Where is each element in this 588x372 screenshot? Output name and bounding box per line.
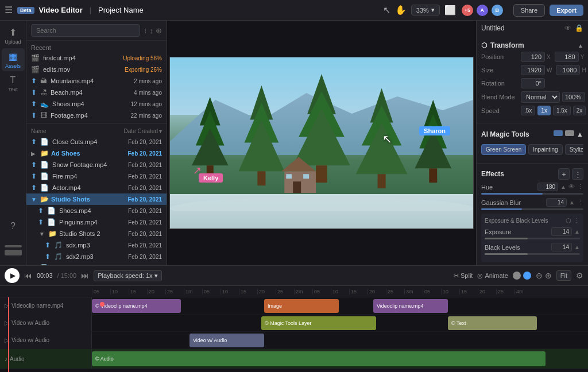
file-fire[interactable]: ⬆ 📄 Fire.mp4 Feb 20, 2021 <box>26 170 167 182</box>
gaussian-up-icon[interactable]: ▲ <box>569 199 575 206</box>
playback-speed-control[interactable]: Playback speed: 1x ▾ <box>94 270 161 281</box>
effects-add-btn[interactable]: + <box>558 168 570 180</box>
zoom-plus-icon[interactable]: ⊕ <box>545 271 552 280</box>
svg-marker-6 <box>239 120 285 172</box>
clip-video-audio[interactable]: Video w/ Audio <box>189 334 264 347</box>
folder-studio-shots[interactable]: ▼ 📂 Studio Shots Feb 20, 2021 <box>26 193 167 205</box>
file-close-cuts[interactable]: ⬆ 📄 Close Cuts.mp4 Feb 20, 2021 <box>26 136 167 148</box>
recent-file-shoes[interactable]: ⬆ 👟 Shoes.mp4 12 mins ago <box>26 98 167 110</box>
ai-btn-inpainting[interactable]: Inpainting <box>528 144 562 155</box>
eye-icon[interactable]: 👁 <box>564 24 571 32</box>
ai-color-swatch-1 <box>554 130 563 136</box>
clip-image[interactable]: Image <box>264 299 339 313</box>
recent-file-edits[interactable]: 🎬 edits.mov Exporting 26% <box>26 64 167 75</box>
speed-15x[interactable]: 1.5x <box>553 106 571 115</box>
animate-button[interactable]: ◎ Animate <box>477 272 508 280</box>
rotation-input[interactable] <box>521 78 545 88</box>
preview-canvas[interactable]: ↖ Sharon ↗ Kelly <box>169 57 474 229</box>
export-button[interactable]: Export <box>550 5 583 16</box>
transform-title[interactable]: ⬡ Transform ▲ <box>481 39 583 52</box>
sidebar-item-assets[interactable]: ▦ Assets <box>2 48 25 71</box>
ai-btn-green-screen[interactable]: Green Screen <box>481 144 526 155</box>
tick-1m: 1m <box>184 289 202 294</box>
file-sdx2[interactable]: ⬆ 🎵 sdx2.mp3 Feb 20, 2021 <box>26 251 167 262</box>
hue-more-icon[interactable]: ⋮ <box>577 183 583 191</box>
project-name[interactable]: Project Name <box>98 6 144 14</box>
filter-icon[interactable]: ⫶ <box>144 26 148 35</box>
clip-audio[interactable]: © Audio <box>92 351 546 366</box>
hue-value-input[interactable] <box>537 183 558 191</box>
ai-tools-title[interactable]: AI Magic Tools ▲ <box>481 128 583 141</box>
hand-tool-icon[interactable]: ✋ <box>395 5 407 16</box>
toggle-left[interactable] <box>513 272 521 280</box>
exposure-up-icon[interactable]: ▲ <box>574 228 580 235</box>
file-pinguins[interactable]: ⬆ 📄 Pinguins.mp4 Feb 20, 2021 <box>26 216 167 228</box>
folder-ad-shoes[interactable]: ▶ 📁 Ad Shoes Feb 20, 2021 <box>26 148 167 159</box>
exposure-value-input[interactable] <box>551 227 572 236</box>
play-button[interactable]: ▶ <box>5 268 20 283</box>
black-levels-value-input[interactable] <box>551 243 572 251</box>
file-snow-footage[interactable]: ⬆ 📄 Snow Footage.mp4 Feb 20, 2021 <box>26 159 167 170</box>
gaussian-value-input[interactable] <box>546 198 567 207</box>
hue-slider-track[interactable] <box>481 193 583 195</box>
recent-file-footage[interactable]: ⬆ 🎞 Footage.mp4 22 mins ago <box>26 110 167 121</box>
cursor-tool-icon[interactable]: ↖ <box>383 5 390 16</box>
clip-videoclip-2[interactable]: Videoclip name.mp4 <box>373 299 448 313</box>
toggle-right[interactable] <box>523 272 531 280</box>
black-levels-up-icon[interactable]: ▲ <box>574 244 580 250</box>
size-h-input[interactable] <box>556 65 580 75</box>
black-levels-slider-track[interactable] <box>485 253 580 255</box>
black-levels-slider[interactable] <box>485 253 580 255</box>
hamburger-menu[interactable]: ☰ <box>5 5 13 16</box>
zoom-minus-icon[interactable]: ⊖ <box>536 271 543 280</box>
search-input[interactable] <box>31 24 140 37</box>
hue-up-icon[interactable]: ▲ <box>560 184 566 190</box>
position-y-input[interactable] <box>555 52 579 62</box>
file-actor[interactable]: ⬆ 📄 Actor.mp4 Feb 20, 2021 <box>26 182 167 193</box>
recent-file-beach[interactable]: ⬆ 🏖 Beach.mp4 4 mins ago <box>26 87 167 98</box>
zoom-control[interactable]: 33% ▾ <box>411 5 440 16</box>
file-shoes-sub[interactable]: ⬆ 📄 Shoes.mp4 Feb 20, 2021 <box>26 205 167 216</box>
gaussian-slider-track[interactable] <box>481 208 583 210</box>
sort-icon[interactable]: ↕ <box>150 26 154 35</box>
share-button[interactable]: Share <box>513 4 545 17</box>
settings-icon[interactable]: ⚙ <box>576 271 583 280</box>
size-w-input[interactable] <box>521 65 545 75</box>
speed-2x[interactable]: 2x <box>573 106 586 115</box>
recent-file-firstcut[interactable]: 🎬 firstcut.mp4 Uploading 56% <box>26 52 167 64</box>
fit-button[interactable]: Fit <box>556 270 571 281</box>
gaussian-slider[interactable] <box>481 208 583 210</box>
folder-studio-shots-2[interactable]: ▼ 📁 Studio Shots 2 Feb 20, 2021 <box>26 228 167 239</box>
clip-videoclip-1[interactable]: © Videoclip name.mp4 <box>92 299 181 313</box>
sidebar-item-upload[interactable]: ⬆ Upload <box>2 24 25 47</box>
speed-05x[interactable]: .5x <box>521 106 535 115</box>
clip-magic-tools[interactable]: © Magic Tools Layer <box>261 316 376 330</box>
exposure-copy-icon[interactable]: ⬡ <box>566 217 571 224</box>
timeline-zoom-out: ⊖ ⊕ <box>536 271 552 280</box>
blend-pct-input[interactable] <box>562 92 585 102</box>
sidebar-item-text[interactable]: T Text <box>2 72 25 95</box>
hue-eye-icon[interactable]: 👁 <box>568 183 575 191</box>
speed-1x[interactable]: 1x <box>537 106 551 115</box>
gaussian-more-icon[interactable]: ⋮ <box>577 199 583 206</box>
clip-text[interactable]: © Text <box>448 316 537 330</box>
skip-back-icon[interactable]: ⏮ <box>24 271 32 280</box>
hue-slider[interactable] <box>481 193 583 195</box>
recent-file-mountains[interactable]: ⬆ 🏔 Mountains.mp4 2 mins ago <box>26 75 167 87</box>
hue-effect-header: Hue ▲ 👁 ⋮ <box>481 183 583 191</box>
exposure-slider[interactable] <box>485 238 580 239</box>
effects-more-btn[interactable]: ⋮ <box>572 168 583 180</box>
file-sdx[interactable]: ⬆ 🎵 sdx.mp3 Feb 20, 2021 <box>26 239 167 251</box>
skip-forward-icon[interactable]: ⏭ <box>81 271 89 280</box>
position-x-input[interactable] <box>521 52 545 62</box>
exposure-slider-track[interactable] <box>485 238 580 239</box>
sidebar-item-help[interactable]: ? <box>2 215 25 238</box>
lock-icon[interactable]: 🔒 <box>575 24 583 32</box>
ai-btn-stylize[interactable]: Stylize <box>565 144 583 155</box>
exposure-more-icon[interactable]: ⋮ <box>574 217 580 224</box>
monitor-icon[interactable]: ⬜ <box>444 5 456 16</box>
more-icon[interactable]: ⊕ <box>156 26 162 35</box>
blend-mode-select[interactable]: Normal Multiply Screen <box>521 91 560 103</box>
col-date-sort[interactable]: Date Created ▾ <box>124 128 162 134</box>
split-button[interactable]: ✂ Split <box>454 272 473 280</box>
